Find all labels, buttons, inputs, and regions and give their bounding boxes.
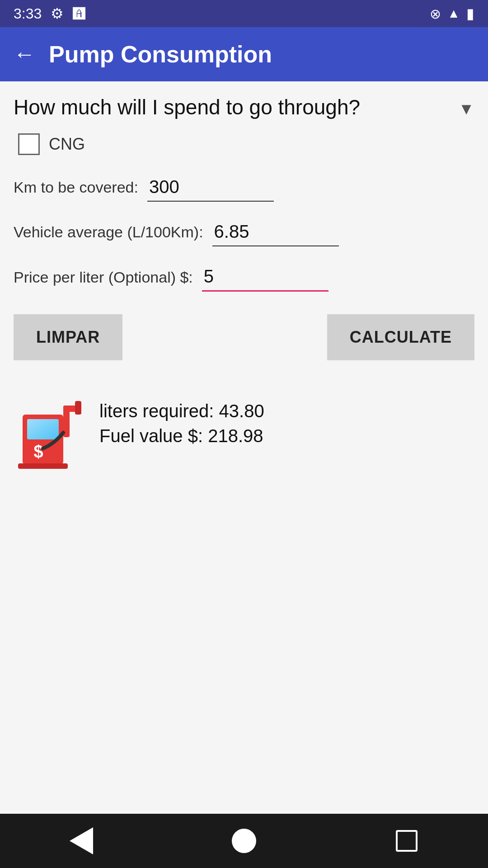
app-title: Pump Consumption bbox=[49, 41, 272, 68]
wifi-icon: ⊗ bbox=[430, 6, 441, 22]
nav-home-icon bbox=[232, 829, 256, 853]
clear-button[interactable]: LIMPAR bbox=[14, 314, 122, 360]
km-input-row: Km to be covered: bbox=[14, 173, 474, 202]
svg-rect-7 bbox=[18, 463, 68, 469]
svg-rect-6 bbox=[75, 401, 81, 415]
cng-row: CNG bbox=[18, 133, 474, 155]
svg-rect-2 bbox=[27, 419, 59, 439]
font-icon: 🅰 bbox=[73, 6, 85, 21]
status-bar: 3:33 ⚙ 🅰 ⊗ ▲ ▮ bbox=[0, 0, 488, 27]
result-text-block: liters required: 43.80 Fuel value $: 218… bbox=[99, 401, 264, 446]
status-time: 3:33 bbox=[14, 5, 42, 22]
nav-recent-icon bbox=[396, 830, 418, 852]
nav-recent-button[interactable] bbox=[393, 827, 420, 854]
status-left: 3:33 ⚙ 🅰 bbox=[14, 5, 85, 22]
fuel-value: 218.98 bbox=[208, 426, 263, 446]
back-button[interactable]: ← bbox=[14, 43, 35, 65]
question-text: How much will I spend to go through? bbox=[14, 95, 458, 120]
price-input-row: Price per liter (Optional) $: bbox=[14, 263, 474, 292]
vehicle-avg-label: Vehicle average (L/100Km): bbox=[14, 223, 203, 241]
cng-checkbox[interactable] bbox=[18, 133, 40, 155]
app-bar: ← Pump Consumption bbox=[0, 27, 488, 81]
fuel-label: Fuel value $: bbox=[99, 426, 208, 446]
battery-icon: ▮ bbox=[466, 5, 474, 22]
cng-label: CNG bbox=[49, 135, 85, 154]
nav-bar bbox=[0, 814, 488, 868]
liters-value: 43.80 bbox=[219, 401, 264, 421]
signal-icon: ▲ bbox=[447, 6, 460, 21]
status-right: ⊗ ▲ ▮ bbox=[430, 5, 474, 22]
gear-icon: ⚙ bbox=[51, 5, 64, 22]
vehicle-avg-input[interactable] bbox=[212, 218, 339, 246]
gas-pump-icon: $ bbox=[14, 378, 86, 469]
dropdown-arrow-icon[interactable]: ▼ bbox=[458, 99, 474, 118]
km-label: Km to be covered: bbox=[14, 179, 138, 196]
svg-text:$: $ bbox=[33, 442, 43, 461]
nav-back-button[interactable] bbox=[68, 827, 95, 854]
liters-result: liters required: 43.80 bbox=[99, 401, 264, 421]
nav-back-icon bbox=[70, 827, 93, 854]
liters-label: liters required: bbox=[99, 401, 219, 421]
calculate-button[interactable]: CALCULATE bbox=[327, 314, 474, 360]
fuel-result: Fuel value $: 218.98 bbox=[99, 426, 264, 446]
price-label: Price per liter (Optional) $: bbox=[14, 269, 193, 286]
buttons-row: LIMPAR CALCULATE bbox=[14, 314, 474, 360]
result-section: $ liters required: 43.80 Fuel value $: 2… bbox=[14, 378, 474, 469]
question-row: How much will I spend to go through? ▼ bbox=[14, 95, 474, 120]
vehicle-avg-input-row: Vehicle average (L/100Km): bbox=[14, 218, 474, 246]
nav-home-button[interactable] bbox=[230, 827, 258, 854]
price-input[interactable] bbox=[202, 263, 328, 292]
main-content: How much will I spend to go through? ▼ C… bbox=[0, 81, 488, 814]
km-input[interactable] bbox=[147, 173, 274, 202]
